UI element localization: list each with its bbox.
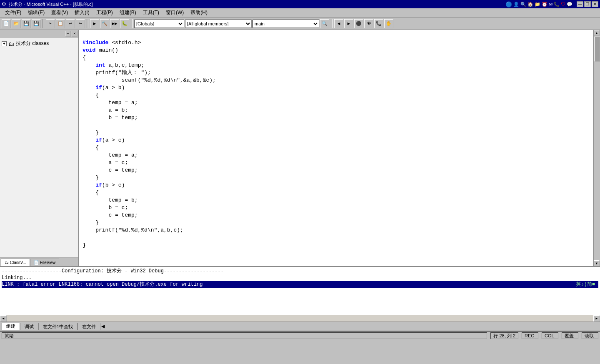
- tb-icon9: 🛡: [561, 2, 565, 7]
- separator2: [87, 19, 88, 28]
- code-editor[interactable]: #include <stdio.h> void main() { int a,b…: [79, 30, 600, 266]
- run-button[interactable]: ▶▶: [110, 19, 119, 28]
- title-bar: ⚙ 技术分 - Microsoft Visual C++ - [肌肤的.c] 🔵…: [0, 0, 600, 8]
- minimize-button[interactable]: —: [577, 1, 583, 7]
- save-button[interactable]: 💾: [22, 19, 31, 28]
- open-file-button[interactable]: 📂: [12, 19, 21, 28]
- menu-project[interactable]: 工程(P): [93, 8, 116, 17]
- sidebar-header: — ✕: [0, 30, 78, 37]
- sidebar: — ✕ + 🗂 技术分 classes 🗂 ClassV... 📄 FileVi…: [0, 30, 79, 266]
- watch-button[interactable]: 👁: [364, 19, 373, 28]
- close-button[interactable]: ✕: [592, 1, 598, 7]
- scroll-right-button[interactable]: ▶: [593, 315, 600, 322]
- sidebar-close-button[interactable]: ✕: [72, 31, 78, 37]
- status-read: 读取: [582, 332, 598, 339]
- title-bar-controls: 🔵 👤 🔍 🏠 📁 ⏰ ✉ 📞 🛡 💬 — ❐ ✕: [505, 1, 598, 7]
- tree-expand-icon[interactable]: +: [2, 41, 7, 46]
- title-text: 技术分 - Microsoft Visual C++ - [肌肤的.c]: [9, 1, 93, 7]
- scroll-up-button[interactable]: ▲: [594, 30, 600, 36]
- new-file-button[interactable]: 📄: [2, 19, 11, 28]
- menu-insert[interactable]: 插入(I): [71, 8, 92, 17]
- status-rec: REC: [522, 332, 538, 339]
- toolbar: 📄 📂 💾 💾 ✂ 📋 ↩ ↪ ▶ 🔨 ▶▶ 🐛 [Globals] [All …: [0, 17, 600, 30]
- title-bar-left: ⚙ 技术分 - Microsoft Visual C++ - [肌肤的.c]: [2, 1, 93, 7]
- menu-view[interactable]: 查看(V): [48, 8, 71, 17]
- debug-button[interactable]: 🐛: [120, 19, 129, 28]
- output-content: --------------------Configuration: 技术分 -…: [0, 267, 600, 315]
- menu-edit[interactable]: 编辑(E): [25, 8, 48, 17]
- main-area: — ✕ + 🗂 技术分 classes 🗂 ClassV... 📄 FileVi…: [0, 30, 600, 266]
- build-button[interactable]: 🔨: [100, 19, 109, 28]
- tree-label: 技术分 classes: [16, 40, 49, 47]
- menu-help[interactable]: 帮助(H): [187, 8, 211, 17]
- call-button[interactable]: 📞: [374, 19, 383, 28]
- output-scrollbar[interactable]: ◀ ▶: [0, 315, 600, 322]
- undo-button[interactable]: ↩: [66, 19, 75, 28]
- sidebar-tab-fileview[interactable]: 📄 FileView: [30, 259, 59, 266]
- tab-find-in-file1[interactable]: 在文件1中查找: [38, 323, 78, 330]
- tree-item-root[interactable]: + 🗂 技术分 classes: [2, 39, 77, 48]
- sidebar-tab-classview[interactable]: 🗂 ClassV...: [1, 259, 30, 266]
- scroll-down-button[interactable]: ▼: [594, 260, 600, 266]
- status-ready: 就绪: [2, 332, 487, 339]
- tab-find-in-file2[interactable]: 在文件: [78, 323, 100, 330]
- tab-build[interactable]: 组建: [2, 323, 20, 330]
- output-config-line: --------------------Configuration: 技术分 -…: [2, 268, 598, 274]
- sidebar-content: + 🗂 技术分 classes: [0, 37, 78, 257]
- menu-window[interactable]: 窗口(W): [162, 8, 187, 17]
- save-all-button[interactable]: 💾: [32, 19, 41, 28]
- nav-back-button[interactable]: ◀: [334, 19, 343, 28]
- members-combo[interactable]: [All global members]: [185, 20, 252, 28]
- menu-tools[interactable]: 工具(T): [140, 8, 162, 17]
- vertical-scrollbar[interactable]: ▲ ▼: [593, 30, 600, 266]
- menu-file[interactable]: 文件(F): [2, 8, 25, 17]
- tb-icon1: 🔵: [505, 1, 512, 7]
- tb-icon10: 💬: [567, 2, 572, 7]
- tb-icon7: ✉: [549, 2, 552, 7]
- separator4: [331, 19, 332, 28]
- tab-arrow[interactable]: ◀: [101, 324, 105, 329]
- copy-button[interactable]: 📋: [56, 19, 65, 28]
- redo-button[interactable]: ↪: [76, 19, 85, 28]
- nav-fwd-button[interactable]: ▶: [344, 19, 353, 28]
- tab-debug[interactable]: 调试: [20, 323, 38, 330]
- tb-icon4: 🏠: [528, 2, 533, 7]
- scroll-left-button[interactable]: ◀: [0, 315, 7, 322]
- cut-button[interactable]: ✂: [46, 19, 55, 28]
- breakpoint-button[interactable]: ⚫: [354, 19, 363, 28]
- app-icon: ⚙: [2, 1, 6, 7]
- separator1: [42, 19, 44, 28]
- output-error-line: LINK : fatal error LNK1168: cannot open …: [2, 281, 598, 288]
- scroll-thumb[interactable]: [594, 37, 600, 62]
- separator3: [131, 19, 132, 28]
- menu-build[interactable]: 组建(B): [116, 8, 140, 17]
- tb-icon6: ⏰: [542, 2, 548, 7]
- compile-button[interactable]: ▶: [90, 19, 99, 28]
- output-linking-line: Linking...: [2, 274, 598, 281]
- tb-icon2: 👤: [513, 2, 519, 7]
- bottom-tabs: 组建 调试 在文件1中查找 在文件 ◀: [0, 322, 600, 331]
- tb-icon5: 📁: [535, 2, 540, 7]
- status-bar: 就绪 行 28, 列 2 REC COL 覆盖 读取: [0, 331, 600, 340]
- globals-combo[interactable]: [Globals]: [134, 20, 184, 28]
- tb-icon8: 📞: [554, 2, 560, 7]
- output-badge: 英♪)简■: [576, 281, 595, 288]
- restore-button[interactable]: ❐: [584, 1, 591, 7]
- output-area: --------------------Configuration: 技术分 -…: [0, 266, 600, 331]
- combo-icon-button[interactable]: 🔍: [320, 19, 329, 28]
- status-position: 行 28, 列 2: [490, 332, 518, 339]
- function-combo[interactable]: main: [252, 20, 319, 28]
- sidebar-tabs: 🗂 ClassV... 📄 FileView: [0, 257, 78, 266]
- tree-icon: 🗂: [8, 40, 14, 47]
- hand-button[interactable]: ✋: [384, 19, 393, 28]
- code-content: #include <stdio.h> void main() { int a,b…: [79, 30, 600, 258]
- status-col: COL: [542, 332, 558, 339]
- tb-icon3: 🔍: [520, 2, 526, 7]
- sidebar-minimize-button[interactable]: —: [65, 31, 71, 37]
- status-ovr: 覆盖: [562, 332, 578, 339]
- scroll-track: [7, 315, 593, 322]
- menu-bar: 文件(F) 编辑(E) 查看(V) 插入(I) 工程(P) 组建(B) 工具(T…: [0, 8, 600, 17]
